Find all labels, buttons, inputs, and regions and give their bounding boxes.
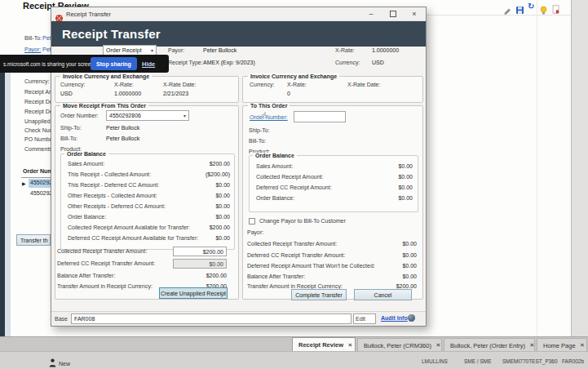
collected-transfer-input[interactable]: [173, 247, 227, 256]
refresh-icon[interactable]: ↻: [528, 2, 534, 11]
payor-label: Payor:: [168, 47, 184, 53]
to-ship-to-label: Ship-To:: [249, 127, 270, 133]
tab-label: Home Page: [543, 342, 576, 349]
bill-to-link[interactable]: Peter Bullock: [42, 35, 51, 41]
dialog-titlebar[interactable]: Receipt Transfer – ×: [51, 7, 426, 21]
mode-text: Edit: [356, 316, 365, 322]
from-bill-to-label: Bill-To:: [60, 136, 77, 141]
detail-row: Deferred Receipt Amount That Won't be Co…: [247, 261, 417, 270]
detail-row: Balance After Transfer:$0.00: [247, 272, 417, 281]
inv-currency-value: USD: [60, 91, 73, 96]
detail-row: Collected Receipt Transfer Amount:$0.00: [247, 239, 417, 248]
cancel-button[interactable]: Cancel: [354, 289, 412, 300]
invoice-currency-group-right: Invoice Currency and Exchange Currency: …: [242, 76, 423, 103]
lightbulb-icon[interactable]: [539, 3, 548, 18]
tab-label: Bullock, Peter (CRM360): [364, 342, 431, 349]
left-scroll-strip: [5, 72, 11, 336]
to-order-number-link[interactable]: Order Number:: [250, 114, 288, 120]
balance-row: Deferred CC Receipt Amount:$0.00: [256, 183, 413, 192]
tab-label: Bullock, Peter (Order Entry): [450, 342, 525, 349]
invoice-currency-group-left: Invoice Currency and Exchange Currency: …: [55, 76, 239, 103]
group-title: Move Receipt From This Order: [60, 103, 148, 109]
deferred-transfer-input[interactable]: [173, 259, 227, 269]
inv-xrate-value: 1.0000000: [114, 91, 141, 96]
close-icon[interactable]: ×: [409, 9, 420, 19]
to-order-number-input[interactable]: [294, 111, 346, 122]
balance-row: Other Receipts - Collected Amount:$0.00: [68, 191, 230, 200]
balance-row: Sales Amount:$200.00: [68, 159, 230, 168]
bill-to-label: Bill-To:: [24, 35, 42, 41]
tab-receipt-review[interactable]: Receipt Review ×: [292, 337, 356, 352]
group-title: To This Order: [248, 103, 290, 109]
receipt-type-label: Receipt Type:: [168, 60, 203, 65]
deferred-transfer-label: Deferred CC Receipt Transfer Amount:: [57, 260, 155, 266]
from-order-number-combo[interactable]: 4550292806 ▾: [106, 110, 189, 121]
mouse-cursor-icon: ☝: [261, 110, 267, 121]
chevron-down-icon: ▾: [151, 48, 153, 53]
to-bill-to-label: Bill-To:: [249, 138, 266, 144]
pen-icon[interactable]: [503, 3, 512, 18]
tab-bullock-crm360[interactable]: Bullock, Peter (CRM360) ×: [357, 338, 442, 352]
balance-after-value: $200.00: [173, 273, 227, 278]
complete-transfer-button[interactable]: Complete Transfer: [291, 289, 347, 300]
tab-close-icon[interactable]: ×: [436, 342, 440, 349]
tab-home-page[interactable]: Home Page ×: [537, 338, 587, 352]
create-unapplied-receipt-button[interactable]: Create Unapplied Receipt: [159, 287, 228, 299]
currency-label: Currency:: [335, 60, 360, 65]
group-title: Order Balance: [253, 153, 297, 159]
group-title: Invoice Currency and Exchange: [60, 73, 152, 80]
change-payor-checkbox[interactable]: [249, 218, 255, 225]
from-order-balance-group: Order Balance Sales Amount:$200.00 This …: [60, 153, 235, 250]
tab-close-icon[interactable]: ×: [530, 342, 534, 349]
from-order-number-value: 4550292806: [109, 113, 141, 118]
report-icon[interactable]: [551, 2, 560, 17]
change-payor-label: Change Payor to Bill-To Customer: [259, 218, 346, 224]
balance-row: Deferred CC Receipt Amount Available for…: [68, 233, 230, 242]
balance-after-label: Balance After Transfer:: [57, 273, 115, 278]
maximize-icon[interactable]: [390, 11, 396, 17]
balance-row: Collected Receipt Amount Available for T…: [68, 223, 230, 232]
inv-xrate-date-value: 2/21/2023: [163, 91, 188, 96]
from-ship-to-value: Peter Bullock: [106, 125, 139, 131]
person-icon: [49, 356, 56, 369]
collected-transfer-label: Collected Receipt Transfer Amount:: [57, 248, 147, 254]
balance-row: Collected Receipt Amount:$0.00: [256, 172, 413, 181]
inv-xrate-date-label: X-Rate Date:: [163, 82, 196, 87]
payor-link[interactable]: Peter Bullock: [42, 47, 51, 52]
tab-close-icon[interactable]: ×: [581, 342, 585, 349]
inv-currency-label: Currency:: [250, 82, 274, 87]
payor-label-link[interactable]: Payor:: [24, 47, 41, 52]
new-label: New: [59, 361, 70, 367]
move-receipt-from-group: Move Receipt From This Order Order Numbe…: [55, 105, 239, 300]
hide-link[interactable]: Hide: [142, 60, 155, 68]
tab-close-icon[interactable]: ×: [348, 342, 352, 349]
row-marker-icon: ▶: [22, 180, 26, 186]
transfer-receipt-button[interactable]: Transfer th: [16, 234, 51, 246]
new-button[interactable]: New: [49, 356, 70, 369]
save-icon[interactable]: [515, 3, 524, 18]
order-grid-header-rule: [21, 177, 51, 178]
screen-share-banner: s.microsoft.com is sharing your screen. …: [0, 55, 169, 73]
tab-bullock-order-entry[interactable]: Bullock, Peter (Order Entry) ×: [444, 338, 535, 352]
stop-sharing-button[interactable]: Stop sharing: [91, 57, 137, 70]
base-label: Base: [55, 316, 68, 322]
xrate-value: 1.0000000: [372, 47, 399, 53]
screen-share-text: s.microsoft.com is sharing your screen.: [3, 61, 95, 67]
field-label-comments: Comments:: [24, 146, 54, 152]
program-id-input[interactable]: [71, 313, 351, 324]
from-ship-to-label: Ship-To:: [60, 125, 82, 131]
dialog-title: Receipt Transfer: [66, 11, 111, 18]
payor-value: Peter Bullock: [203, 47, 237, 53]
mode-indicator: Edit: [353, 313, 376, 324]
right-scrollbar-column[interactable]: [571, 0, 588, 336]
inv-xrate-value: 0: [287, 91, 290, 96]
minimize-icon[interactable]: –: [365, 9, 377, 19]
transfer-currency-label: Transfer Amount in Receipt Currency:: [57, 283, 153, 289]
status-bar: New LMULLINS SME / SME SMEMI770TEST_P360…: [0, 351, 588, 369]
group-title: Order Balance: [64, 151, 108, 158]
receipt-type-value: AMEX (Exp: 9/2023): [203, 60, 255, 65]
detail-row: Deferred CC Receipt Transfer Amount:$0.0…: [247, 251, 417, 260]
panel-divider: [537, 0, 537, 336]
audit-info-link[interactable]: Audit Info: [381, 315, 408, 321]
status-user: LMULLINS: [422, 358, 448, 364]
